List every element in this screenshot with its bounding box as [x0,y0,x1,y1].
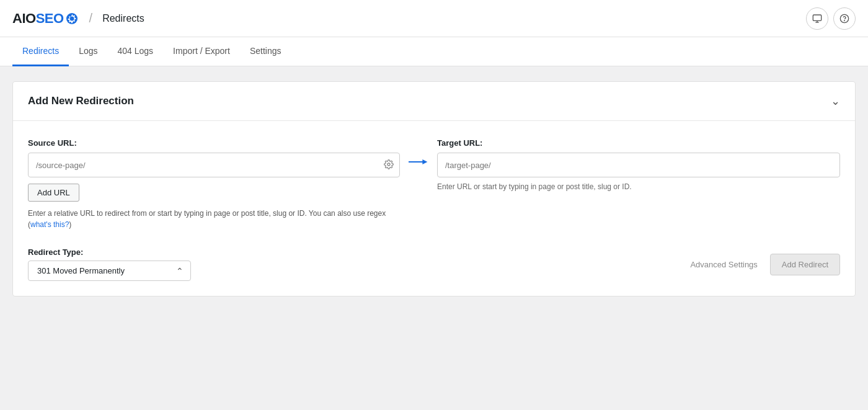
source-url-input[interactable] [28,153,400,177]
header-title: Redirects [102,13,144,24]
redirect-type-group: Redirect Type: 301 Moved Permanently 302… [28,247,191,281]
arrow-column [400,138,437,167]
card-title: Add New Redirection [28,95,134,107]
svg-rect-2 [813,15,821,20]
source-url-wrapper [28,153,400,177]
redirect-type-select-wrapper: 301 Moved Permanently 302 Found 307 Temp… [28,261,191,281]
tab-redirects[interactable]: Redirects [12,37,69,66]
target-url-label: Target URL: [437,138,840,148]
add-redirect-button[interactable]: Add Redirect [770,254,840,275]
whats-this-link[interactable]: what's this? [30,220,69,229]
svg-marker-9 [422,159,427,164]
logo-aio: AIO [12,11,36,27]
tab-logs[interactable]: Logs [69,37,107,66]
source-url-label: Source URL: [28,138,400,148]
add-url-button[interactable]: Add URL [28,184,79,202]
card-body: Source URL: Add URL Enter a relative URL… [13,121,855,296]
help-button[interactable] [833,7,856,30]
svg-point-1 [71,17,73,20]
logo-gear-icon [64,11,79,26]
header-right [806,7,856,30]
main-content: Add New Redirection ⌄ Source URL: [0,66,868,311]
redirect-type-select[interactable]: 301 Moved Permanently 302 Found 307 Temp… [28,261,191,281]
collapse-icon[interactable]: ⌄ [831,94,840,108]
card-header: Add New Redirection ⌄ [13,82,855,121]
tab-404logs[interactable]: 404 Logs [108,37,164,66]
logo-seo: SEO [36,11,64,27]
header-left: AIOSEO / Redirects [12,11,144,27]
monitor-button[interactable] [806,7,828,30]
url-fields-row: Source URL: Add URL Enter a relative URL… [28,138,840,230]
bottom-right-actions: Advanced Settings Add Redirect [690,254,840,275]
source-hint: Enter a relative URL to redirect from or… [28,208,388,230]
tab-importexport[interactable]: Import / Export [163,37,240,66]
target-url-column: Target URL: Enter URL or start by typing… [437,138,840,191]
advanced-settings-link[interactable]: Advanced Settings [690,260,757,269]
header: AIOSEO / Redirects [0,0,868,37]
target-hint: Enter URL or start by typing in page or … [437,182,840,191]
redirect-type-label: Redirect Type: [28,247,191,257]
logo: AIOSEO [12,11,79,27]
add-redirection-card: Add New Redirection ⌄ Source URL: [12,81,856,296]
source-url-column: Source URL: Add URL Enter a relative URL… [28,138,400,230]
target-url-input[interactable] [437,153,840,177]
source-settings-icon[interactable] [384,159,394,171]
tab-settings[interactable]: Settings [240,37,291,66]
form-bottom-row: Redirect Type: 301 Moved Permanently 302… [28,247,840,281]
svg-point-7 [388,163,390,166]
tabs-bar: Redirects Logs 404 Logs Import / Export … [0,37,868,66]
redirect-arrow-icon [409,157,428,167]
header-divider: / [89,11,93,25]
